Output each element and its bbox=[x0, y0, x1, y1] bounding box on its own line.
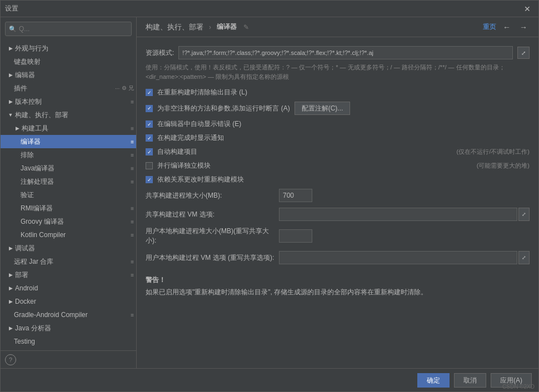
main-panel: 构建、执行、部署 › 编译器 ✎ 重页 ← → 资源模式: ⤢ bbox=[137, 17, 538, 368]
sidebar-item-keymap[interactable]: 键盘映射 bbox=[1, 55, 136, 68]
sidebar-item-plugins[interactable]: 插件 ··· ⚙ 兄 bbox=[1, 82, 136, 95]
settings-window: 设置 ✕ 🔍 ▶ 外观与行为 键盘映射 ▶ 编辑器 bbox=[0, 0, 539, 392]
cb-clear-output[interactable] bbox=[146, 89, 153, 96]
breadcrumb-sep: › bbox=[209, 23, 211, 31]
footer: 确定 取消 应用(A) CSDN ©2XD bbox=[1, 368, 538, 391]
sidebar-label: Docker bbox=[15, 298, 136, 305]
search-input[interactable] bbox=[19, 25, 128, 33]
sidebar-item-remote-jar[interactable]: 远程 Jar 合库 ≡ bbox=[1, 255, 136, 268]
sidebar-item-trusted[interactable]: 受信任的位置 bbox=[1, 348, 136, 350]
vm-options-expand-btn[interactable]: ⤢ bbox=[518, 208, 530, 221]
sidebar-item-groovy[interactable]: Groovy 编译器 ≡ bbox=[1, 215, 136, 228]
vm-options-row: 共享构建过程 VM 选项: ⤢ bbox=[146, 208, 530, 221]
local-vm-expand-btn[interactable]: ⤢ bbox=[518, 251, 530, 264]
sidebar-label: 注解处理器 bbox=[21, 177, 131, 187]
cancel-button[interactable]: 取消 bbox=[454, 373, 486, 388]
sidebar-label: 编译器 bbox=[21, 137, 131, 147]
title-bar: 设置 ✕ bbox=[1, 1, 538, 17]
sidebar-item-debugger[interactable]: ▶ 调试器 bbox=[1, 242, 136, 255]
sidebar-item-appearance[interactable]: ▶ 外观与行为 bbox=[1, 42, 136, 55]
cb-show-errors[interactable] bbox=[146, 120, 153, 128]
sidebar: 🔍 ▶ 外观与行为 键盘映射 ▶ 编辑器 插件 bbox=[1, 17, 137, 368]
resource-mode-expand-btn[interactable]: ⤢ bbox=[517, 47, 530, 59]
dots-icon: ≡ bbox=[131, 232, 134, 238]
sidebar-label: 构建工具 bbox=[22, 124, 131, 133]
checkbox-assertions: 为非空注释的方法和参数,添加运行时断言 (A) 配置注解(C)... bbox=[146, 102, 530, 115]
sidebar-label: 编辑器 bbox=[15, 71, 136, 80]
help-button[interactable]: ? bbox=[5, 354, 16, 365]
dots-icon: ≡ bbox=[131, 99, 134, 105]
dots-icon: ≡ bbox=[131, 139, 134, 145]
sidebar-item-android[interactable]: ▶ Android bbox=[1, 282, 136, 295]
sidebar-item-build-tools[interactable]: ▶ 构建工具 ≡ bbox=[1, 122, 136, 135]
dots-icon: ≡ bbox=[131, 165, 134, 172]
sidebar-item-deployment[interactable]: ▶ 部署 ≡ bbox=[1, 268, 136, 282]
dots-icon: ≡ bbox=[131, 312, 134, 318]
sidebar-item-build[interactable]: ▼ 构建、执行、部署 bbox=[1, 108, 136, 122]
expand-icon: ▶ bbox=[7, 245, 14, 252]
home-link[interactable]: 重页 bbox=[483, 22, 496, 32]
sidebar-item-java-analyzer[interactable]: ▶ Java 分析器 bbox=[1, 321, 136, 335]
sidebar-item-vcs[interactable]: ▶ 版本控制 ≡ bbox=[1, 95, 136, 108]
cb-assertions[interactable] bbox=[146, 105, 153, 112]
sidebar-item-java-compiler[interactable]: Java编译器 ≡ bbox=[1, 162, 136, 175]
heap-size-label: 共享构建进程堆大小(MB): bbox=[146, 191, 279, 200]
cb-auto-build[interactable] bbox=[146, 148, 153, 155]
ok-button[interactable]: 确定 bbox=[417, 373, 450, 388]
edit-icon[interactable]: ✎ bbox=[243, 23, 249, 31]
parallel-info: (可能需要更大的堆) bbox=[477, 162, 530, 170]
resource-mode-row: 资源模式: ⤢ bbox=[146, 46, 530, 59]
cb-label-clear-output: 在重新构建时清除输出目录 (L) bbox=[157, 88, 247, 97]
cb-notification[interactable] bbox=[146, 134, 153, 142]
cb-rebuild[interactable] bbox=[146, 176, 153, 183]
sidebar-item-compiler[interactable]: 编译器 ≡ bbox=[1, 135, 136, 148]
sidebar-item-exclusions[interactable]: 排除 ≡ bbox=[1, 148, 136, 162]
dots-icon: ≡ bbox=[131, 205, 134, 212]
sidebar-item-rmi[interactable]: RMI编译器 ≡ bbox=[1, 202, 136, 215]
expand-icon: ⤢ bbox=[522, 255, 526, 260]
warning-title: 警告！ bbox=[146, 275, 530, 285]
sidebar-item-testing[interactable]: Testing bbox=[1, 335, 136, 348]
search-icon: 🔍 bbox=[9, 26, 17, 33]
vm-options-input[interactable] bbox=[279, 208, 517, 221]
vm-options-field-group: ⤢ bbox=[279, 208, 530, 221]
expand-icon: ▶ bbox=[7, 72, 14, 78]
sidebar-item-kotlin[interactable]: Kotlin Compiler ≡ bbox=[1, 228, 136, 242]
expand-icon: ▼ bbox=[7, 112, 14, 118]
auto-build-info: (仅在不运行/不调试时工作) bbox=[457, 148, 530, 156]
dots-icon: ··· bbox=[115, 86, 119, 92]
sidebar-label: Java编译器 bbox=[21, 164, 131, 173]
checkbox-clear-output: 在重新构建时清除输出目录 (L) bbox=[146, 88, 530, 97]
dots-icon: ≡ bbox=[131, 125, 134, 132]
breadcrumb-parent: 构建、执行、部署 bbox=[146, 22, 203, 32]
search-box: 🔍 bbox=[5, 22, 132, 36]
local-vm-label: 用户本地构建过程 VM 选项 (重写共享选项): bbox=[146, 253, 279, 263]
sidebar-item-validation[interactable]: 验证 bbox=[1, 188, 136, 202]
configure-annotations-button[interactable]: 配置注解(C)... bbox=[295, 102, 351, 115]
nav-back-button[interactable]: ← bbox=[501, 22, 513, 33]
dots-icon: ≡ bbox=[131, 219, 134, 225]
sidebar-item-gradle-android[interactable]: Gradle-Android Compiler ≡ bbox=[1, 308, 136, 321]
cb-parallel[interactable] bbox=[146, 162, 153, 169]
expand-icon: ▶ bbox=[7, 298, 14, 305]
local-heap-input[interactable] bbox=[279, 229, 312, 243]
expand-icon: ▶ bbox=[7, 272, 14, 278]
expand-icon: ▶ bbox=[7, 45, 14, 52]
help-text-line2: <dir_name>:<pattern> — 限制为具有指定名称的源根 bbox=[146, 73, 289, 80]
main-content: 🔍 ▶ 外观与行为 键盘映射 ▶ 编辑器 插件 bbox=[1, 17, 538, 368]
header-actions: 重页 ← → bbox=[483, 22, 530, 33]
sidebar-label: 远程 Jar 合库 bbox=[14, 257, 131, 267]
nav-forward-button[interactable]: → bbox=[517, 22, 530, 33]
sidebar-item-annotation[interactable]: 注解处理器 ≡ bbox=[1, 175, 136, 188]
sidebar-label: 版本控制 bbox=[15, 97, 131, 107]
close-button[interactable]: ✕ bbox=[521, 3, 534, 14]
resource-mode-input[interactable] bbox=[178, 46, 513, 59]
heap-size-input[interactable] bbox=[279, 189, 312, 202]
dots-icon: ≡ bbox=[131, 152, 134, 158]
sidebar-item-docker[interactable]: ▶ Docker bbox=[1, 295, 136, 308]
sidebar-label: 键盘映射 bbox=[14, 57, 136, 67]
dots-icon: ≡ bbox=[131, 272, 134, 278]
local-vm-input[interactable] bbox=[279, 251, 517, 264]
sidebar-item-editor[interactable]: ▶ 编辑器 bbox=[1, 68, 136, 82]
dots-icon: ≡ bbox=[131, 179, 134, 185]
